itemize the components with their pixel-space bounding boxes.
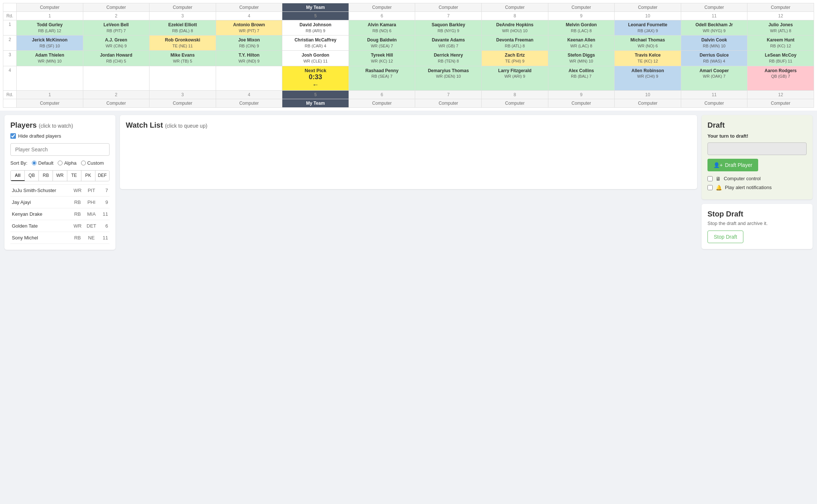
pick-r1-c12[interactable]: Julio JonesWR (ATL) 8	[747, 20, 814, 36]
pick-r1-c11[interactable]: Odell Beckham JrWR (NYG) 9	[681, 20, 747, 36]
pick-r4-c4[interactable]	[216, 66, 282, 90]
col-num-1: 1	[17, 12, 83, 20]
draft-title: Draft	[707, 121, 807, 130]
player-info: RB (ATL) 8	[484, 43, 546, 49]
pick-r3-c2[interactable]: Jordan HowardRB (CHI) 5	[83, 51, 149, 66]
player-info: RB (ARI) 9	[285, 28, 346, 34]
rd-3: 3	[3, 51, 17, 66]
stop-draft-button[interactable]: Stop Draft	[707, 231, 743, 243]
pick-r2-c3[interactable]: Rob GronkowskiTE (NE) 11	[149, 36, 216, 51]
col-num-9: 9	[548, 12, 615, 20]
pick-r4-c3[interactable]	[149, 66, 216, 90]
list-item[interactable]: Sony Michel RB NE 11	[10, 232, 110, 244]
tab-wr[interactable]: WR	[53, 171, 67, 181]
pick-r3-c11[interactable]: Derrius GuiceRB (WAS) 4	[681, 51, 747, 66]
pick-r3-c3[interactable]: Mike EvansWR (TB) 5	[149, 51, 216, 66]
pick-r3-c1[interactable]: Adam ThielenWR (MIN) 10	[17, 51, 83, 66]
tab-def[interactable]: DEF	[95, 171, 109, 181]
hide-drafted-checkbox[interactable]	[10, 133, 16, 139]
pick-r1-c2[interactable]: LeVeon BellRB (PIT) 7	[83, 20, 149, 36]
player-info: RB (MIN) 10	[683, 43, 745, 49]
pick-r4-c5[interactable]: Next Pick0:33←	[282, 66, 349, 90]
pick-r1-c5[interactable]: David JohnsonRB (ARI) 9	[282, 20, 349, 36]
pick-r4-c10[interactable]: Allen RobinsonWR (CHI) 9	[615, 66, 681, 90]
pick-r2-c5[interactable]: Christian McCaffreyRB (CAR) 4	[282, 36, 349, 51]
draft-player-button[interactable]: 👤+ Draft Player	[707, 159, 758, 171]
list-item[interactable]: Kenyan Drake RB MIA 11	[10, 208, 110, 220]
team-header-9: Computer	[548, 3, 615, 12]
play-alert-checkbox[interactable]	[707, 185, 713, 190]
player-name: LeVeon Bell	[85, 22, 147, 28]
pick-r2-c12[interactable]: Kareem HuntRB (KC) 12	[747, 36, 814, 51]
pick-r1-c8[interactable]: DeAndre HopkinsWR (HOU) 10	[482, 20, 548, 36]
pick-r3-c7[interactable]: Derrick HenryRB (TEN) 8	[415, 51, 482, 66]
pick-r2-c4[interactable]: Joe MixonRB (CIN) 9	[216, 36, 282, 51]
draft-player-input[interactable]	[707, 142, 807, 155]
pick-r2-c1[interactable]: Jerick McKinnonRB (SF) 10	[17, 36, 83, 51]
tab-qb[interactable]: QB	[25, 171, 39, 181]
list-item[interactable]: JuJu Smith-Schuster WR PIT 7	[10, 185, 110, 196]
sort-custom-label[interactable]: Custom	[81, 160, 104, 166]
pick-r3-c8[interactable]: Zach ErtzTE (PHI) 9	[482, 51, 548, 66]
player-pos: RB	[71, 199, 84, 205]
tab-rb[interactable]: RB	[39, 171, 53, 181]
pick-r4-c1[interactable]	[17, 66, 83, 90]
draft-section: Draft Your turn to draft! 👤+ Draft Playe…	[702, 115, 813, 199]
pick-r2-c7[interactable]: Davante AdamsWR (GB) 7	[415, 36, 482, 51]
pick-r4-c8[interactable]: Larry FitzgeraldWR (ARI) 9	[482, 66, 548, 90]
pick-r4-c9[interactable]: Alex CollinsRB (BAL) 7	[548, 66, 615, 90]
pick-r1-c1[interactable]: Todd GurleyRB (LAR) 12	[17, 20, 83, 36]
player-rank: 11	[99, 211, 108, 217]
player-name: Julio Jones	[750, 22, 811, 28]
sort-custom-radio[interactable]	[81, 161, 86, 165]
col-num-7: 7	[415, 12, 482, 20]
pick-r2-c10[interactable]: Michael ThomasWR (NO) 6	[615, 36, 681, 51]
pick-r1-c6[interactable]: Alvin KamaraRB (NO) 6	[349, 20, 415, 36]
player-name: Josh Gordon	[285, 52, 346, 58]
pick-r2-c8[interactable]: Devonta FreemanRB (ATL) 8	[482, 36, 548, 51]
tab-all[interactable]: All	[11, 171, 25, 181]
player-info: WR (CIN) 9	[85, 43, 147, 49]
pick-r2-c11[interactable]: Dalvin CookRB (MIN) 10	[681, 36, 747, 51]
player-info: WR (CHI) 9	[617, 74, 679, 79]
pick-r3-c4[interactable]: T.Y. HiltonWR (IND) 9	[216, 51, 282, 66]
team-header-8: Computer	[482, 3, 548, 12]
pick-r3-c5[interactable]: Josh GordonWR (CLE) 11	[282, 51, 349, 66]
computer-control-checkbox[interactable]	[707, 176, 713, 181]
player-search-input[interactable]	[10, 143, 110, 156]
pick-r1-c10[interactable]: Leonard FournetteRB (JAX) 9	[615, 20, 681, 36]
list-item[interactable]: Golden Tate WR DET 6	[10, 220, 110, 232]
player-team: NE	[84, 235, 99, 241]
pick-r1-c7[interactable]: Saquon BarkleyRB (NYG) 9	[415, 20, 482, 36]
player-name: Michael Thomas	[617, 37, 679, 43]
sort-alpha-radio[interactable]	[58, 161, 63, 165]
sort-default-radio[interactable]	[32, 161, 37, 165]
footer-num-12: 12	[747, 90, 814, 99]
list-item[interactable]: Jay Ajayi RB PHI 9	[10, 196, 110, 208]
sort-alpha-label[interactable]: Alpha	[58, 160, 76, 166]
pick-r1-c9[interactable]: Melvin GordonRB (LAC) 8	[548, 20, 615, 36]
pick-r4-c6[interactable]: Rashaad PennyRB (SEA) 7	[349, 66, 415, 90]
bottom-panels: Players (click to watch) Hide drafted pl…	[0, 111, 817, 254]
draft-player-btn-label: Draft Player	[725, 162, 752, 168]
tab-pk[interactable]: PK	[81, 171, 95, 181]
pick-r3-c6[interactable]: Tyreek HillWR (KC) 12	[349, 51, 415, 66]
pick-r2-c9[interactable]: Keenan AllenWR (LAC) 8	[548, 36, 615, 51]
pick-r4-c11[interactable]: Amari CooperWR (OAK) 7	[681, 66, 747, 90]
pick-r3-c10[interactable]: Travis KelceTE (KC) 12	[615, 51, 681, 66]
pick-r4-c7[interactable]: Demaryius ThomasWR (DEN) 10	[415, 66, 482, 90]
player-name: Golden Tate	[12, 223, 71, 229]
pick-r4-c2[interactable]	[83, 66, 149, 90]
pick-r3-c9[interactable]: Stefon DiggsWR (MIN) 10	[548, 51, 615, 66]
pick-r4-c12[interactable]: Aaron RodgersQB (GB) 7	[747, 66, 814, 90]
pick-r2-c2[interactable]: A.J. GreenWR (CIN) 9	[83, 36, 149, 51]
player-info: RB (SF) 10	[19, 43, 81, 49]
tab-te[interactable]: TE	[67, 171, 81, 181]
sort-default-label[interactable]: Default	[32, 160, 53, 166]
pick-r1-c3[interactable]: Ezekiel ElliottRB (DAL) 8	[149, 20, 216, 36]
pick-r1-c4[interactable]: Antonio BrownWR (PIT) 7	[216, 20, 282, 36]
draft-title-main: Draft	[707, 121, 725, 129]
pick-r3-c12[interactable]: LeSean McCoyRB (BUF) 11	[747, 51, 814, 66]
pick-r2-c6[interactable]: Doug BaldwinWR (SEA) 7	[349, 36, 415, 51]
computer-icon: 🖥	[716, 176, 721, 182]
